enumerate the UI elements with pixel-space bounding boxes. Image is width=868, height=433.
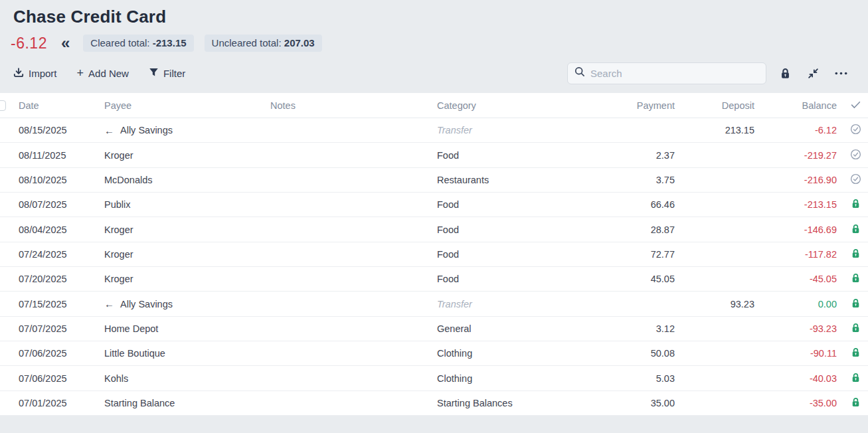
- reconciled-lock-icon[interactable]: [851, 199, 861, 211]
- date-cell[interactable]: 07/20/2025: [13, 274, 100, 284]
- table-row[interactable]: 07/07/2025 Home Depot General 3.12 -93.2…: [0, 317, 868, 341]
- ellipsis-icon[interactable]: [827, 72, 855, 75]
- row-select-cell[interactable]: [0, 168, 13, 192]
- payee-cell[interactable]: Kroger: [100, 274, 266, 284]
- payment-cell[interactable]: 66.46: [602, 199, 681, 210]
- row-select-cell[interactable]: [0, 341, 13, 365]
- date-cell[interactable]: 07/15/2025: [13, 299, 100, 309]
- payee-cell[interactable]: Kroger: [100, 249, 266, 260]
- reconciled-lock-icon[interactable]: [851, 347, 861, 359]
- date-cell[interactable]: 08/07/2025: [13, 199, 100, 210]
- filter-button[interactable]: Filter: [149, 68, 185, 79]
- payee-cell[interactable]: Starting Balance: [100, 398, 266, 408]
- table-row[interactable]: 08/10/2025 McDonalds Restaurants 3.75 -2…: [0, 168, 868, 193]
- row-select-cell[interactable]: [0, 317, 13, 341]
- table-row[interactable]: 07/24/2025 Kroger Food 72.77 -117.82: [0, 242, 868, 267]
- category-cell[interactable]: Clothing: [432, 373, 602, 384]
- reconciled-lock-icon[interactable]: [851, 298, 861, 310]
- table-row[interactable]: 08/11/2025 Kroger Food 2.37 -219.27: [0, 143, 868, 167]
- date-cell[interactable]: 07/06/2025: [13, 373, 100, 384]
- collapse-arrows-icon[interactable]: [799, 68, 827, 79]
- payee-cell[interactable]: ←Ally Savings: [100, 125, 266, 136]
- date-cell[interactable]: 08/04/2025: [13, 224, 100, 235]
- payee-cell[interactable]: Kroger: [100, 224, 266, 235]
- uncleared-total-badge[interactable]: Uncleared total: 207.03: [205, 35, 322, 52]
- table-row[interactable]: 07/01/2025 Starting Balance Starting Bal…: [0, 391, 868, 416]
- category-cell[interactable]: Food: [432, 249, 602, 260]
- status-cell[interactable]: [843, 347, 868, 359]
- row-select-cell[interactable]: [0, 193, 13, 217]
- status-cell[interactable]: [843, 173, 868, 187]
- reconciled-lock-icon[interactable]: [851, 273, 861, 285]
- category-cell[interactable]: Restaurants: [432, 175, 602, 185]
- row-select-cell[interactable]: [0, 143, 13, 167]
- table-row[interactable]: 07/15/2025 ←Ally Savings Transfer 93.23 …: [0, 292, 868, 316]
- payment-cell[interactable]: 50.08: [602, 348, 681, 359]
- chevron-double-left-icon[interactable]: «: [61, 35, 70, 51]
- payee-cell[interactable]: Publix: [100, 199, 266, 210]
- date-cell[interactable]: 07/24/2025: [13, 249, 100, 260]
- cleared-check-circle-icon[interactable]: [850, 124, 861, 137]
- search-input[interactable]: [590, 68, 759, 79]
- payee-cell[interactable]: ←Ally Savings: [100, 298, 266, 309]
- deposit-cell[interactable]: 213.15: [681, 125, 761, 135]
- account-title[interactable]: Chase Credit Card: [11, 7, 855, 27]
- date-cell[interactable]: 07/01/2025: [13, 398, 100, 408]
- payee-cell[interactable]: Kroger: [100, 150, 266, 161]
- row-select-cell[interactable]: [0, 267, 13, 291]
- add-new-button[interactable]: + Add New: [77, 67, 129, 79]
- select-all-checkbox[interactable]: [0, 100, 6, 111]
- category-cell[interactable]: Food: [432, 224, 602, 235]
- payment-cell[interactable]: 45.05: [602, 274, 681, 284]
- table-row[interactable]: 07/06/2025 Little Boutique Clothing 50.0…: [0, 341, 868, 366]
- deposit-cell[interactable]: 93.23: [681, 299, 761, 309]
- date-cell[interactable]: 08/15/2025: [13, 125, 100, 135]
- payment-cell[interactable]: 28.87: [602, 224, 681, 235]
- status-cell[interactable]: [843, 298, 868, 310]
- payment-cell[interactable]: 72.77: [602, 249, 681, 260]
- reconciled-lock-icon[interactable]: [851, 323, 861, 335]
- payee-cell[interactable]: McDonalds: [100, 175, 266, 185]
- category-cell[interactable]: Clothing: [432, 348, 602, 359]
- payment-cell[interactable]: 3.75: [602, 175, 681, 185]
- reconciled-lock-icon[interactable]: [851, 224, 861, 236]
- table-row[interactable]: 07/06/2025 Kohls Clothing 5.03 -40.03: [0, 366, 868, 390]
- search-box[interactable]: [567, 62, 766, 84]
- category-cell[interactable]: Food: [432, 150, 602, 161]
- payee-cell[interactable]: Little Boutique: [100, 348, 266, 359]
- payment-cell[interactable]: 3.12: [602, 323, 681, 334]
- table-row[interactable]: 08/07/2025 Publix Food 66.46 -213.15: [0, 193, 868, 217]
- row-select-cell[interactable]: [0, 292, 13, 315]
- date-cell[interactable]: 07/07/2025: [13, 323, 100, 334]
- status-cell[interactable]: [843, 124, 868, 137]
- category-cell[interactable]: Food: [432, 274, 602, 284]
- payee-cell[interactable]: Kohls: [100, 373, 266, 384]
- table-row[interactable]: 08/15/2025 ←Ally Savings Transfer 213.15…: [0, 118, 868, 143]
- reconciled-lock-icon[interactable]: [851, 248, 861, 260]
- payee-cell[interactable]: Home Depot: [100, 323, 266, 334]
- reconciled-lock-icon[interactable]: [851, 373, 861, 385]
- date-cell[interactable]: 08/11/2025: [13, 150, 100, 161]
- cleared-check-circle-icon[interactable]: [850, 173, 861, 187]
- category-cell[interactable]: Starting Balances: [432, 398, 602, 408]
- date-cell[interactable]: 07/06/2025: [13, 348, 100, 359]
- category-cell[interactable]: General: [432, 323, 602, 334]
- row-select-cell[interactable]: [0, 242, 13, 266]
- table-row[interactable]: 07/20/2025 Kroger Food 45.05 -45.05: [0, 267, 868, 292]
- status-cell[interactable]: [843, 397, 868, 409]
- status-cell[interactable]: [843, 199, 868, 211]
- category-cell[interactable]: Transfer: [432, 299, 602, 309]
- reconciled-lock-icon[interactable]: [851, 397, 861, 409]
- import-button[interactable]: Import: [13, 67, 57, 80]
- row-select-cell[interactable]: [0, 391, 13, 415]
- date-cell[interactable]: 08/10/2025: [13, 175, 100, 185]
- status-cell[interactable]: [843, 323, 868, 335]
- table-row[interactable]: 08/04/2025 Kroger Food 28.87 -146.69: [0, 217, 868, 242]
- category-cell[interactable]: Transfer: [432, 125, 602, 135]
- status-cell[interactable]: [843, 149, 868, 162]
- payment-cell[interactable]: 5.03: [602, 373, 681, 384]
- status-cell[interactable]: [843, 373, 868, 385]
- row-select-cell[interactable]: [0, 366, 13, 390]
- payment-cell[interactable]: 2.37: [602, 150, 681, 161]
- category-cell[interactable]: Food: [432, 199, 602, 210]
